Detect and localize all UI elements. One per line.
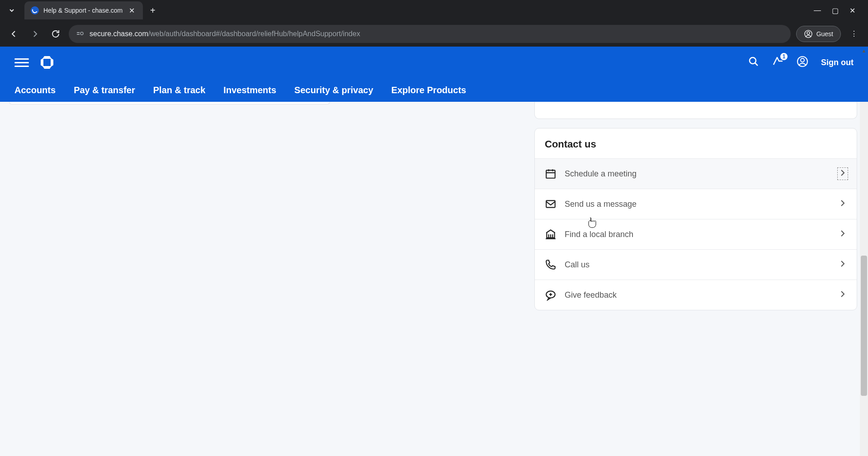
upper-card-partial [534,102,857,119]
address-bar[interactable]: secure.chase.com/web/auth/dashboard#/das… [69,25,791,43]
site-info-icon[interactable] [76,29,84,38]
profile-button[interactable]: Guest [796,26,841,42]
page-content: 1 Sign out Accounts Pay & transfer Plan … [0,47,868,456]
chevron-right-icon [839,229,847,239]
nav-plan-track[interactable]: Plan & track [153,85,206,95]
contact-item-label: Call us [565,260,830,270]
browser-toolbar: secure.chase.com/web/auth/dashboard#/das… [0,21,868,47]
favicon-icon [31,6,39,14]
bank-icon [545,228,557,240]
profile-icon[interactable] [797,56,808,69]
chase-logo-icon[interactable] [40,55,54,70]
chevron-right-icon [839,169,847,179]
browser-tab[interactable]: Help & Support - chase.com ✕ [24,1,143,19]
scrollbar-track[interactable] [860,102,868,456]
signout-link[interactable]: Sign out [821,58,854,67]
left-panel-partial [9,102,330,104]
search-icon[interactable] [748,56,760,69]
scroll-up-icon[interactable]: ▲ [860,47,868,55]
forward-button[interactable] [27,26,42,42]
back-button[interactable] [6,26,22,42]
calendar-icon [545,168,557,180]
tab-title: Help & Support - chase.com [43,7,123,14]
minimize-icon[interactable]: — [814,6,821,15]
reload-button[interactable] [48,26,63,42]
svg-point-7 [801,58,804,62]
site-header: 1 Sign out Accounts Pay & transfer Plan … [0,47,868,102]
contact-item-label: Send us a message [565,200,830,209]
maximize-icon[interactable]: ▢ [832,6,839,15]
svg-point-5 [750,57,756,64]
window-controls: — ▢ ✕ [814,6,864,15]
svg-rect-9 [546,200,555,207]
contact-item-label: Find a local branch [565,230,830,239]
svg-point-2 [80,32,83,35]
svg-point-4 [807,32,810,34]
contact-send-message[interactable]: Send us a message [535,189,857,219]
chevron-right-icon [839,199,847,209]
tab-search-dropdown[interactable] [4,2,20,19]
contact-find-branch[interactable]: Find a local branch [535,219,857,249]
main-nav: Accounts Pay & transfer Plan & track Inv… [0,78,868,102]
svg-rect-8 [546,170,555,178]
menu-icon[interactable] [14,55,29,70]
contact-give-feedback[interactable]: Give feedback [535,280,857,310]
url-text: secure.chase.com/web/auth/dashboard#/das… [90,30,360,38]
new-tab-button[interactable]: + [143,5,163,16]
contact-item-label: Schedule a meeting [565,169,830,179]
contact-us-card: Contact us Schedule a meeting Send us a … [534,128,857,310]
nav-investments[interactable]: Investments [223,85,276,95]
close-tab-icon[interactable]: ✕ [127,5,137,16]
contact-us-title: Contact us [535,128,857,158]
notification-badge: 1 [779,52,788,61]
nav-explore-products[interactable]: Explore Products [392,85,467,95]
nav-pay-transfer[interactable]: Pay & transfer [74,85,135,95]
scrollbar-thumb[interactable] [861,256,867,396]
tab-bar: Help & Support - chase.com ✕ + — ▢ ✕ [0,0,868,21]
chevron-right-icon [839,290,847,300]
nav-security-privacy[interactable]: Security & privacy [294,85,373,95]
browser-chrome: Help & Support - chase.com ✕ + — ▢ ✕ sec… [0,0,868,47]
contact-call-us[interactable]: Call us [535,249,857,280]
svg-rect-1 [77,34,80,35]
phone-icon [545,259,557,271]
chevron-right-icon [839,260,847,270]
feedback-icon [545,289,557,301]
contact-schedule-meeting[interactable]: Schedule a meeting [535,158,857,189]
nav-accounts[interactable]: Accounts [14,85,56,95]
svg-rect-0 [77,32,80,33]
mail-icon [545,198,557,210]
notifications-icon[interactable]: 1 [772,56,784,69]
content-area: Contact us Schedule a meeting Send us a … [0,102,868,456]
browser-menu-button[interactable]: ⋮ [846,26,862,42]
contact-item-label: Give feedback [565,290,830,300]
close-icon[interactable]: ✕ [849,6,855,15]
guest-label: Guest [816,30,833,38]
